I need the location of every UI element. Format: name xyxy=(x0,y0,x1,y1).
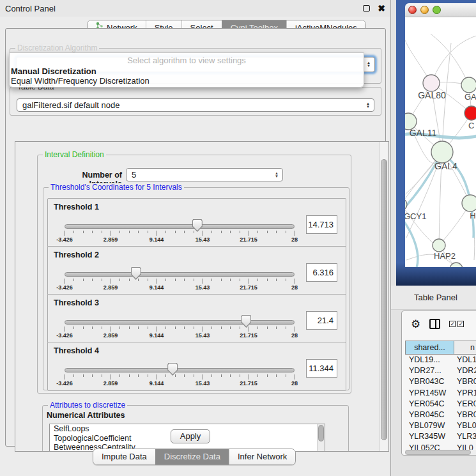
table-row[interactable]: YBL079WYBL0 xyxy=(405,420,476,431)
algorithm-dropdown-popup: Select algorithm to view settings Manual… xyxy=(9,52,364,88)
slider-thumb[interactable] xyxy=(192,219,203,232)
settings-scroll-panel: Interval Definition Number of Intervals … xyxy=(15,141,389,452)
checkbox-icon[interactable]: ✓ xyxy=(449,321,456,327)
attributes-group-label: Attributes to discretize xyxy=(48,401,127,410)
table-panel: ⚙ ✓ ✓ shared...n YDL19...YDL1YDR27...YDR… xyxy=(401,311,476,456)
threshold-label: Threshold 4 xyxy=(54,346,99,355)
checkbox-icons[interactable]: ✓ ✓ xyxy=(449,321,464,327)
network-node[interactable] xyxy=(450,263,463,267)
combo-arrows-icon: ▲▼ xyxy=(271,172,282,178)
network-node-label: H xyxy=(470,211,475,220)
tab-impute-data[interactable]: Impute Data xyxy=(93,449,155,464)
slider-ticks xyxy=(65,326,295,332)
column-header[interactable]: shared... xyxy=(405,341,454,355)
float-window-icon[interactable] xyxy=(363,5,370,12)
network-node-label: HAP2 xyxy=(434,251,456,261)
tab-discretize-data[interactable]: Discretize Data xyxy=(155,449,229,464)
numerical-attributes-title: Numerical Attributes xyxy=(47,411,125,420)
mac-zoom-icon[interactable] xyxy=(433,6,441,14)
close-icon[interactable]: ✖ xyxy=(378,4,385,13)
table-row[interactable]: YDR27...YDR2 xyxy=(405,365,476,376)
panel-scrollbar[interactable] xyxy=(380,142,388,451)
threshold-value-field[interactable]: 6.316 xyxy=(306,263,337,282)
network-node-gcy1[interactable] xyxy=(405,199,407,210)
table-row[interactable]: YBR045CYBR0 xyxy=(405,410,476,420)
network-node-label: GA xyxy=(464,92,476,102)
table-cell: YBL0 xyxy=(454,420,476,431)
tab-label: Discretize Data xyxy=(164,449,220,464)
slider-thumb[interactable] xyxy=(167,363,178,376)
table-toolbar: ⚙ ✓ ✓ xyxy=(402,311,476,337)
table-cell: YPR1 xyxy=(454,388,476,399)
control-panel-titlebar: Control Panel ✖ xyxy=(0,0,390,17)
column-header[interactable]: n xyxy=(454,341,476,355)
table-row[interactable]: YLR345WYLR3 xyxy=(405,431,476,442)
slider-thumb[interactable] xyxy=(131,267,141,280)
checkbox-icon[interactable]: ✓ xyxy=(457,321,464,327)
combo-arrows-icon: ▲▼ xyxy=(362,102,374,109)
network-node-gal4[interactable] xyxy=(431,141,453,163)
table-row[interactable]: YBR043CYBR0 xyxy=(405,376,476,387)
table-body: YDL19...YDL1YDR27...YDR2YBR043CYBR0YPR14… xyxy=(405,355,476,450)
table-horizontal-scrollbar[interactable] xyxy=(405,450,476,455)
gear-icon[interactable]: ⚙ xyxy=(411,318,420,331)
tab-label: Impute Data xyxy=(102,449,147,464)
network-node-gal80[interactable] xyxy=(423,75,440,91)
slider-tick-labels: -3.4262.8599.14415.4321.71528 xyxy=(65,236,295,244)
table-row[interactable]: YIL052CYIL0 xyxy=(405,443,476,450)
slider-track[interactable] xyxy=(65,320,295,325)
table-cell: YBR0 xyxy=(454,376,476,387)
tab-label: Infer Network xyxy=(238,449,287,464)
threshold-row: Threshold 1-3.4262.8599.14415.4321.71528… xyxy=(47,198,346,247)
slider-track[interactable] xyxy=(65,368,295,372)
table-cell: YER054C xyxy=(405,399,454,410)
thresholds-group-label: Threshold's Coordinates for 5 Intervals xyxy=(49,183,184,192)
slider-ticks xyxy=(65,231,295,236)
dropdown-item[interactable]: Equal Width/Frequency Discretization xyxy=(11,76,150,86)
network-node-label: GAL4 xyxy=(434,161,457,171)
table-row[interactable]: YPR145WYPR1 xyxy=(405,388,476,399)
cyni-toolbox-content: Discretization Algorithm ▲▼ Table Data g… xyxy=(5,28,386,447)
table-cell: YBR045C xyxy=(405,410,454,420)
table-row[interactable]: YDL19...YDL1 xyxy=(405,355,476,365)
mac-close-icon[interactable] xyxy=(408,6,417,14)
columns-icon[interactable] xyxy=(429,319,440,329)
network-canvas[interactable]: GAL80GACGAL11GAL4GCY1HHAP2 xyxy=(405,17,476,267)
tab-infer-network[interactable]: Infer Network xyxy=(229,449,295,464)
slider-ticks xyxy=(65,279,295,284)
threshold-label: Threshold 1 xyxy=(54,203,99,211)
network-node-h[interactable] xyxy=(462,195,476,211)
threshold-row: Threshold 2-3.4262.8599.14415.4321.71528… xyxy=(47,246,346,295)
slider-track[interactable] xyxy=(65,224,295,229)
network-node-label: GAL11 xyxy=(410,128,437,138)
list-scrollbar[interactable] xyxy=(317,424,325,452)
table-row[interactable]: YER054CYER0 xyxy=(405,399,476,410)
dropdown-placeholder: Select algorithm to view settings xyxy=(10,56,364,65)
table-cell: YLR3 xyxy=(454,431,476,442)
table-data-combobox[interactable]: galFiltered.sif default node ▲▼ xyxy=(17,98,374,112)
network-node-ga[interactable] xyxy=(461,77,476,93)
network-node-c[interactable] xyxy=(464,106,476,120)
threshold-value-field[interactable]: 14.713 xyxy=(306,215,337,234)
node-attribute-table[interactable]: shared...n YDL19...YDL1YDR27...YDR2YBR04… xyxy=(405,341,476,450)
network-window-titlebar[interactable] xyxy=(405,3,476,17)
threshold-value-field[interactable]: 21.4 xyxy=(306,311,337,330)
mac-minimize-icon[interactable] xyxy=(420,6,429,14)
slider-ticks xyxy=(65,374,295,380)
apply-button[interactable]: Apply xyxy=(171,429,210,443)
slider-thumb[interactable] xyxy=(241,315,251,328)
threshold-value-field[interactable]: 11.344 xyxy=(306,359,337,378)
algorithm-group-label: Discretization Algorithm xyxy=(15,43,99,52)
slider-track[interactable] xyxy=(65,272,295,277)
dropdown-item[interactable]: Manual Discretization xyxy=(11,66,96,76)
table-cell: YIL052C xyxy=(405,443,454,450)
network-graph: GAL80GACGAL11GAL4GCY1HHAP2 xyxy=(405,17,476,267)
combo-arrows-icon: ▲▼ xyxy=(363,61,374,68)
num-intervals-combobox[interactable]: 5 ▲▼ xyxy=(126,168,283,181)
table-cell: YPR145W xyxy=(405,388,454,399)
table-cell: YBL079W xyxy=(405,420,454,431)
network-node-hap2[interactable] xyxy=(433,239,445,252)
num-intervals-value: 5 xyxy=(132,170,136,180)
table-cell: YDL19... xyxy=(405,355,454,365)
interval-definition-label: Interval Definition xyxy=(43,150,106,159)
